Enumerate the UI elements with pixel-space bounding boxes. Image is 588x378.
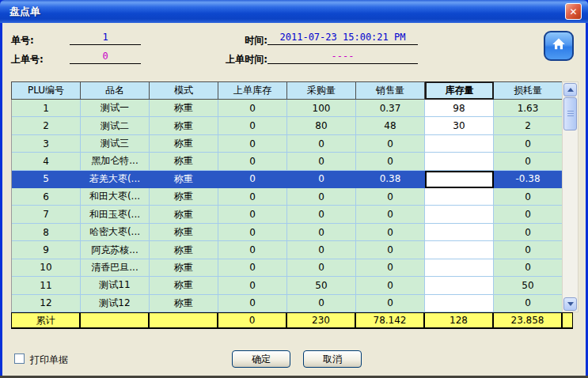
table-row[interactable]: 8哈密大枣(...称重0000 bbox=[12, 224, 563, 241]
cell-stock[interactable] bbox=[425, 224, 494, 241]
table-row[interactable]: 7和田玉枣(...称重0000 bbox=[12, 206, 563, 223]
cell-stock[interactable]: 30 bbox=[425, 117, 494, 134]
table-row[interactable]: 4黑加仑特...称重0000 bbox=[12, 153, 563, 170]
cell-stock[interactable] bbox=[425, 277, 494, 294]
total-prev-stock: 0 bbox=[218, 313, 287, 327]
cell-name: 若羌大枣(... bbox=[81, 171, 150, 188]
cell-sales: 0 bbox=[356, 295, 425, 312]
col-header-mode: 模式 bbox=[150, 81, 218, 100]
inventory-dialog: 盘点单 ✕ 单号: 1 时间: 2011-07-23 15:00:21 PM 上… bbox=[0, 0, 588, 378]
cell-mode: 称重 bbox=[150, 171, 218, 188]
table-row[interactable]: 6和田大枣(...称重0000 bbox=[12, 188, 563, 206]
cell-purchase: 0 bbox=[287, 206, 356, 223]
order-no-label: 单号: bbox=[11, 34, 34, 47]
cell-sales: 0 bbox=[356, 241, 425, 259]
titlebar[interactable]: 盘点单 ✕ bbox=[0, 0, 588, 23]
cell-sales: 0 bbox=[356, 277, 425, 294]
col-header-plu: PLU编号 bbox=[12, 81, 81, 100]
cell-mode: 称重 bbox=[150, 224, 218, 241]
total-loss: 23.858 bbox=[494, 313, 563, 327]
table-row[interactable]: 1测试一称重01000.37981.63 bbox=[12, 100, 563, 117]
table-row[interactable]: 10清香巴旦...称重0000 bbox=[12, 259, 563, 277]
table-row[interactable]: 3测试三称重0000 bbox=[12, 135, 563, 153]
cell-loss: 1.63 bbox=[494, 100, 563, 117]
cell-mode: 称重 bbox=[150, 117, 218, 134]
cell-purchase: 100 bbox=[287, 100, 356, 117]
table-total-row: 累计 0 230 78.142 128 23.858 bbox=[11, 312, 573, 329]
cell-loss: 0 bbox=[494, 295, 563, 312]
dialog-body: 单号: 1 时间: 2011-07-23 15:00:21 PM 上单号: 0 … bbox=[2, 23, 586, 376]
cell-prev-stock: 0 bbox=[218, 171, 287, 188]
cell-purchase: 0 bbox=[287, 153, 356, 170]
cell-name: 和田玉枣(... bbox=[81, 206, 150, 223]
col-header-purchase: 采购量 bbox=[287, 81, 356, 100]
cell-purchase: 0 bbox=[287, 188, 356, 206]
table-row[interactable]: 12测试12称重0000 bbox=[12, 295, 563, 312]
scrollbar-grip-icon bbox=[567, 111, 574, 117]
cell-stock[interactable] bbox=[425, 259, 494, 277]
scroll-up-icon bbox=[567, 88, 574, 92]
cell-mode: 称重 bbox=[150, 206, 218, 223]
cell-stock[interactable] bbox=[425, 241, 494, 259]
window-title: 盘点单 bbox=[9, 5, 40, 19]
home-button[interactable] bbox=[544, 31, 574, 61]
cell-stock[interactable] bbox=[425, 206, 494, 223]
table-row[interactable]: 11测试11称重050050 bbox=[12, 277, 563, 294]
cell-sales: 0 bbox=[356, 259, 425, 277]
cell-mode: 称重 bbox=[150, 153, 218, 170]
cell-loss: 0 bbox=[494, 241, 563, 259]
cell-sales: 48 bbox=[356, 117, 425, 134]
ok-button-label: 确定 bbox=[252, 353, 271, 366]
cell-stock[interactable] bbox=[425, 135, 494, 153]
total-label: 累计 bbox=[12, 313, 81, 327]
home-icon bbox=[551, 36, 567, 55]
cell-loss: 0 bbox=[494, 135, 563, 153]
cell-stock[interactable]: 98 bbox=[425, 100, 494, 117]
cell-name: 哈密大枣(... bbox=[81, 224, 150, 241]
cell-prev-stock: 0 bbox=[218, 153, 287, 170]
cell-prev-stock: 0 bbox=[218, 117, 287, 134]
col-header-sales: 销售量 bbox=[356, 81, 425, 100]
print-receipt-checkbox[interactable] bbox=[14, 353, 25, 364]
cell-name: 和田大枣(... bbox=[81, 188, 150, 206]
ok-button[interactable]: 确定 bbox=[232, 350, 290, 368]
cell-stock[interactable] bbox=[425, 295, 494, 312]
cell-loss: -0.38 bbox=[494, 171, 563, 188]
cancel-button[interactable]: 取消 bbox=[303, 350, 362, 368]
cell-sales: 0 bbox=[356, 153, 425, 170]
cell-prev-stock: 0 bbox=[218, 100, 287, 117]
cell-stock[interactable] bbox=[425, 153, 494, 170]
total-filler bbox=[563, 313, 572, 327]
vertical-scrollbar[interactable] bbox=[562, 81, 579, 312]
cell-stock[interactable] bbox=[425, 188, 494, 206]
scroll-down-button[interactable] bbox=[563, 297, 577, 311]
close-button[interactable]: ✕ bbox=[565, 3, 582, 20]
table-header: PLU编号 品名 模式 上单库存 采购量 销售量 库存量 损耗量 bbox=[11, 81, 563, 100]
cell-purchase: 0 bbox=[287, 259, 356, 277]
cell-purchase: 0 bbox=[287, 241, 356, 259]
cell-name: 清香巴旦... bbox=[81, 259, 150, 277]
cell-plu: 11 bbox=[12, 277, 81, 294]
cell-prev-stock: 0 bbox=[218, 135, 287, 153]
total-mode bbox=[150, 313, 218, 327]
table-row-selected[interactable]: 5若羌大枣(...称重000.38-0.38 bbox=[12, 171, 563, 188]
table-row[interactable]: 9阿克苏核...称重0000 bbox=[12, 241, 563, 259]
close-icon: ✕ bbox=[569, 6, 577, 17]
cell-mode: 称重 bbox=[150, 100, 218, 117]
cell-name: 测试一 bbox=[81, 100, 150, 117]
cell-prev-stock: 0 bbox=[218, 295, 287, 312]
cell-name: 测试12 bbox=[81, 295, 150, 312]
total-sales: 78.142 bbox=[356, 313, 425, 327]
cell-sales: 0 bbox=[356, 188, 425, 206]
cell-purchase: 0 bbox=[287, 171, 356, 188]
scrollbar-thumb[interactable] bbox=[563, 97, 577, 130]
cell-stock-focused[interactable] bbox=[425, 171, 494, 188]
cell-mode: 称重 bbox=[150, 241, 218, 259]
cell-purchase: 0 bbox=[287, 135, 356, 153]
scroll-up-button[interactable] bbox=[563, 83, 577, 96]
cell-plu: 9 bbox=[12, 241, 81, 259]
table-row[interactable]: 2测试二称重08048302 bbox=[12, 117, 563, 134]
table-body: 1测试一称重01000.37981.63 2测试二称重08048302 3测试三… bbox=[11, 100, 563, 312]
cell-loss: 0 bbox=[494, 153, 563, 170]
cell-loss: 0 bbox=[494, 188, 563, 206]
